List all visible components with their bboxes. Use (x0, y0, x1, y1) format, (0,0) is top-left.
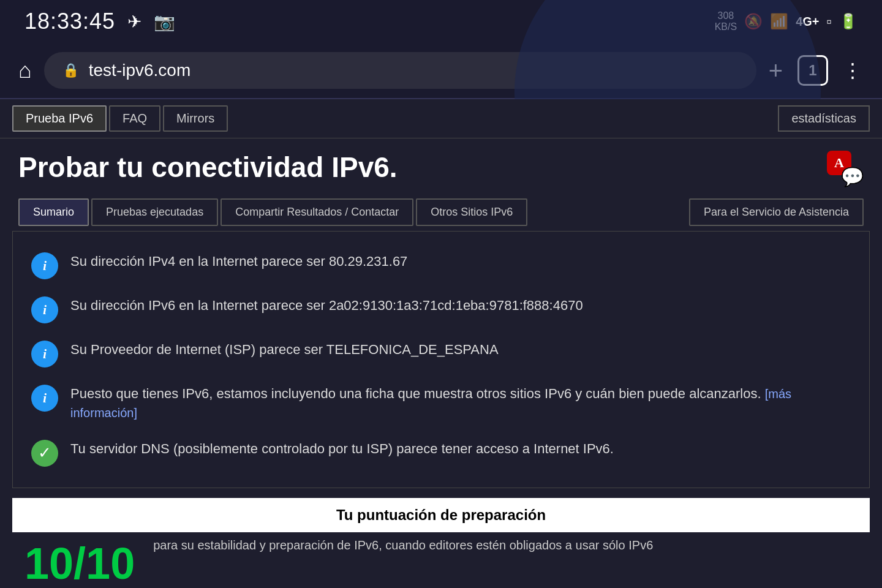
score-section: Tu puntuación de preparación 10/10 para … (12, 498, 870, 588)
info-text-isp: Su Proveedor de Internet (ISP) parece se… (70, 341, 851, 360)
score-subtext: para su estabilidad y preparación de IPv… (147, 532, 659, 559)
info-icon-1: i (31, 252, 58, 279)
nav-tab-mirrors[interactable]: Mirrors (163, 105, 228, 132)
info-icon-4: i (31, 385, 58, 412)
translate-icon-area[interactable]: A 💬 (827, 151, 864, 187)
nav-tabs: Prueba IPv6 FAQ Mirrors estadísticas (0, 99, 882, 138)
telegram-icon: ✈ (127, 12, 141, 32)
sim-icon: ▫ (826, 13, 832, 30)
score-header: Tu puntuación de preparación (12, 498, 870, 532)
lock-icon: 🔒 (62, 62, 79, 78)
info-row-dns: ✓ Tu servidor DNS (posiblemente controla… (31, 431, 851, 475)
page-title: Probar tu conectividad IPv6. (18, 151, 398, 184)
info-row-ipv6: i Su dirección IPv6 en la Internet parec… (31, 288, 851, 332)
info-row-ipv4: i Su dirección IPv4 en la Internet parec… (31, 244, 851, 288)
instagram-icon: 📷 (154, 12, 175, 32)
translate-chat-icon: 💬 (841, 166, 864, 187)
clock: 18:33:45 (24, 9, 115, 34)
info-icon-3: i (31, 341, 58, 368)
info-row-ipv6-sites: i Puesto que tienes IPv6, estamos incluy… (31, 376, 851, 431)
battery-icon: 🔋 (839, 13, 858, 30)
score-value: 10/10 (12, 532, 147, 588)
content-tab-pruebas[interactable]: Pruebas ejecutadas (91, 198, 218, 226)
menu-button[interactable]: ⋮ (843, 59, 864, 82)
main-content: i Su dirección IPv4 en la Internet parec… (12, 231, 870, 488)
content-tab-compartir[interactable]: Compartir Resultados / Contactar (221, 198, 413, 226)
home-button[interactable]: ⌂ (18, 58, 32, 83)
nav-tabs-left: Prueba IPv6 FAQ Mirrors (12, 105, 228, 132)
nav-tab-estadisticas[interactable]: estadísticas (778, 105, 870, 132)
status-left: 18:33:45 ✈ 📷 (24, 9, 175, 34)
nav-tab-faq[interactable]: FAQ (109, 105, 160, 132)
info-text-ipv6-sites: Puesto que tienes IPv6, estamos incluyen… (70, 385, 851, 423)
content-tab-sumario[interactable]: Sumario (18, 198, 89, 226)
content-tabs: Sumario Pruebas ejecutadas Compartir Res… (0, 194, 882, 231)
content-tab-asistencia[interactable]: Para el Servicio de Asistencia (689, 198, 864, 226)
info-text-ipv4: Su dirección IPv4 en la Internet parece … (70, 252, 851, 271)
website-content: Prueba IPv6 FAQ Mirrors estadísticas Pro… (0, 99, 882, 588)
info-row-isp: i Su Proveedor de Internet (ISP) parece … (31, 332, 851, 376)
page-heading-area: Probar tu conectividad IPv6. A 💬 (0, 138, 882, 194)
info-icon-2: i (31, 296, 58, 323)
content-tab-otros[interactable]: Otros Sitios IPv6 (416, 198, 527, 226)
check-icon-dns: ✓ (31, 440, 58, 467)
info-text-dns: Tu servidor DNS (posiblemente controlado… (70, 440, 851, 459)
info-text-ipv6: Su dirección IPv6 en la Internet parece … (70, 296, 851, 315)
content-tabs-left: Sumario Pruebas ejecutadas Compartir Res… (18, 198, 527, 226)
nav-tab-prueba[interactable]: Prueba IPv6 (12, 105, 107, 132)
